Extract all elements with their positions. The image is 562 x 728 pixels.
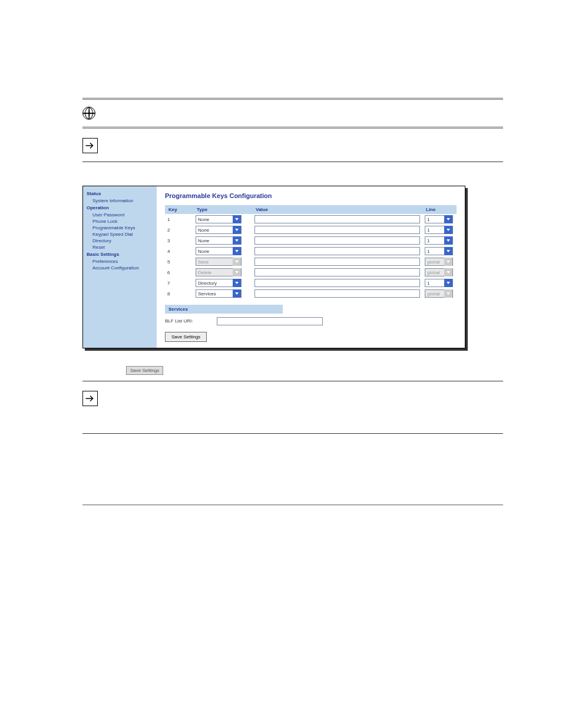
- main-pane: Programmable Keys Configuration Key Type…: [157, 186, 465, 348]
- chevron-down-icon: [233, 258, 241, 266]
- blf-list-uri-input[interactable]: [217, 317, 323, 325]
- col-key: Key: [165, 205, 193, 214]
- line-select: global: [425, 268, 453, 276]
- sidebar-item-account-configuration[interactable]: Account Configuration: [83, 265, 157, 271]
- chevron-down-icon: [444, 258, 452, 266]
- sidebar-item-keypad-speed-dial[interactable]: Keypad Speed Dial: [83, 231, 157, 238]
- sidebar-item-programmable-keys[interactable]: Programmable Keys: [83, 225, 157, 231]
- value-input[interactable]: [254, 215, 420, 223]
- value-input[interactable]: [254, 258, 420, 266]
- line-select: global: [425, 258, 453, 266]
- table-row: 3None1: [165, 235, 457, 246]
- line-select[interactable]: 1: [425, 226, 453, 234]
- sidebar-header-operation: Operation: [83, 204, 157, 212]
- chevron-down-icon: [233, 279, 241, 287]
- line-select[interactable]: 1: [425, 236, 453, 245]
- value-input[interactable]: [254, 247, 420, 255]
- type-select: Save: [196, 258, 242, 266]
- sidebar-header-basic-settings: Basic Settings: [83, 251, 157, 258]
- table-row: 5Saveglobal: [165, 256, 457, 267]
- sidebar-item-reset[interactable]: Reset: [83, 244, 157, 251]
- line-select: global: [425, 289, 453, 298]
- type-select[interactable]: Services: [196, 289, 242, 298]
- value-input[interactable]: [254, 226, 420, 234]
- sidebar-header-status: Status: [83, 190, 157, 197]
- value-input[interactable]: [254, 289, 420, 298]
- value-input[interactable]: [254, 279, 420, 287]
- sidebar-item-user-password[interactable]: User Password: [83, 212, 157, 218]
- col-type: Type: [193, 205, 252, 214]
- table-row: 7Directory1: [165, 278, 457, 288]
- col-line: Line: [422, 205, 457, 214]
- services-block: Services BLF List URI:: [165, 305, 457, 326]
- chevron-down-icon: [444, 268, 452, 276]
- line-select[interactable]: 1: [425, 279, 453, 287]
- rule-top: [82, 98, 503, 100]
- services-header: Services: [165, 305, 283, 314]
- rule-thin-2: [82, 381, 503, 381]
- type-select[interactable]: None: [196, 215, 242, 223]
- blf-list-uri-label: BLF List URI:: [165, 316, 193, 326]
- aastra-web-ui-row: [82, 103, 503, 123]
- chevron-down-icon: [233, 268, 241, 276]
- chevron-down-icon: [444, 247, 452, 255]
- sidebar: Status System Information Operation User…: [83, 186, 157, 348]
- sidebar-item-system-information[interactable]: System Information: [83, 197, 157, 204]
- chevron-down-icon: [444, 279, 452, 287]
- save-settings-button[interactable]: Save Settings: [165, 332, 207, 342]
- chevron-down-icon: [444, 289, 452, 298]
- type-select[interactable]: None: [196, 247, 242, 255]
- table-row: 4None1: [165, 246, 457, 256]
- rule-thin-1: [82, 162, 503, 162]
- chevron-down-icon: [444, 226, 452, 234]
- line-select[interactable]: 1: [425, 215, 453, 223]
- rule-thin-3: [82, 433, 503, 434]
- sidebar-item-directory[interactable]: Directory: [83, 238, 157, 244]
- chevron-down-icon: [444, 236, 452, 245]
- key-cell: 8: [165, 288, 193, 299]
- arrow-right-icon: [82, 391, 98, 406]
- rule-bottom: [82, 505, 503, 505]
- keys-table: Key Type Value Line 1None12None13None14N…: [165, 205, 457, 299]
- chevron-down-icon: [444, 215, 452, 223]
- key-cell: 4: [165, 246, 193, 256]
- key-cell: 1: [165, 214, 193, 225]
- chevron-down-icon: [233, 226, 241, 234]
- line-select[interactable]: 1: [425, 247, 453, 255]
- note-row-2: [82, 387, 503, 410]
- chevron-down-icon: [233, 215, 241, 223]
- sidebar-item-preferences[interactable]: Preferences: [83, 258, 157, 265]
- chevron-down-icon: [233, 289, 241, 298]
- document-page: Status System Information Operation User…: [12, 24, 550, 529]
- table-row: 8Servicesglobal: [165, 288, 457, 299]
- embedded-ui: Status System Information Operation User…: [82, 186, 465, 348]
- value-input[interactable]: [254, 268, 420, 276]
- chevron-down-icon: [233, 247, 241, 255]
- col-value: Value: [252, 205, 422, 214]
- type-select[interactable]: None: [196, 236, 242, 245]
- key-cell: 2: [165, 225, 193, 235]
- arrow-right-icon: [82, 138, 98, 153]
- table-row: 2None1: [165, 225, 457, 235]
- key-cell: 5: [165, 256, 193, 267]
- type-select[interactable]: Directory: [196, 279, 242, 287]
- key-cell: 3: [165, 235, 193, 246]
- sidebar-item-phone-lock[interactable]: Phone Lock: [83, 218, 157, 225]
- value-input[interactable]: [254, 236, 420, 245]
- key-cell: 7: [165, 278, 193, 288]
- pane-title: Programmable Keys Configuration: [165, 192, 457, 199]
- globe-icon: [82, 107, 95, 120]
- type-select[interactable]: None: [196, 226, 242, 234]
- inline-save-settings-image: Save Settings: [126, 366, 163, 375]
- note-row-1: [82, 134, 503, 157]
- rule-mid: [82, 127, 503, 129]
- type-select: Delete: [196, 268, 242, 276]
- key-cell: 6: [165, 267, 193, 278]
- chevron-down-icon: [233, 236, 241, 245]
- table-row: 1None1: [165, 214, 457, 225]
- inline-save-row: Save Settings: [124, 366, 503, 375]
- table-row: 6Deleteglobal: [165, 267, 457, 278]
